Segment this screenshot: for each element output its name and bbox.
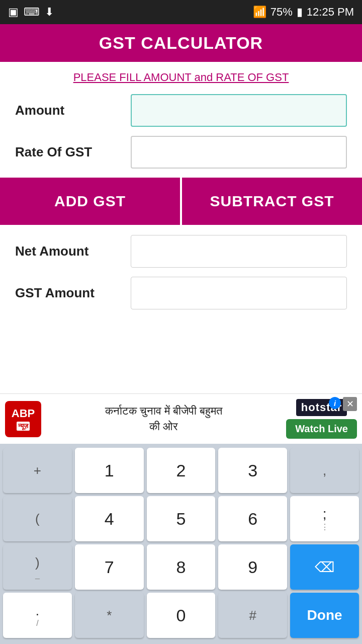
amount-label: Amount — [15, 103, 131, 118]
key-hash[interactable]: # — [218, 593, 287, 638]
rate-input[interactable] — [131, 136, 347, 169]
key-open-paren[interactable]: ( — [3, 496, 72, 541]
keyboard-row-2: ) _ 7 8 9 ⌫ — [3, 544, 359, 590]
main-content: PLEASE FILL AMOUNT and RATE OF GST Amoun… — [0, 62, 362, 393]
rate-row: Rate Of GST — [15, 136, 347, 169]
key-5[interactable]: 5 — [147, 496, 216, 541]
subtract-gst-button[interactable]: SUBTRACT GST — [182, 178, 362, 225]
news-text: न्यूज़ — [17, 422, 30, 431]
ad-line2: की ओर — [149, 420, 178, 433]
battery-icon: ▮ — [297, 6, 303, 19]
key-7[interactable]: 7 — [75, 544, 144, 590]
output-section: Net Amount GST Amount — [0, 230, 362, 309]
gst-amount-label: GST Amount — [15, 285, 131, 301]
key-dot[interactable]: . / — [3, 593, 72, 638]
done-key[interactable]: Done — [290, 593, 359, 638]
keyboard: + 1 2 3 , ( 4 5 6 ; ⋮ ) _ 7 8 9 ⌫ . / * … — [0, 444, 362, 644]
time-display: 12:25 PM — [307, 6, 354, 19]
instruction-text: PLEASE FILL AMOUNT and RATE OF GST — [0, 62, 362, 89]
gst-amount-row: GST Amount — [15, 277, 347, 309]
amount-row: Amount — [15, 94, 347, 127]
signal-bars: 75% — [270, 6, 293, 19]
notification-icon: ▣ — [8, 6, 19, 19]
status-bar: ▣ ⌨ ⬇ 📶 75% ▮ 12:25 PM — [0, 0, 362, 24]
key-0[interactable]: 0 — [147, 593, 216, 638]
ad-line1: कर्नाटक चुनाव में बीजेपी बहुमत — [105, 405, 222, 417]
download-icon: ⬇ — [45, 6, 54, 19]
key-close-paren[interactable]: ) _ — [3, 544, 72, 590]
key-2[interactable]: 2 — [147, 448, 216, 493]
info-icon[interactable]: i — [329, 397, 341, 409]
key-9[interactable]: 9 — [218, 544, 287, 590]
wifi-icon: 📶 — [253, 6, 266, 19]
status-right-info: 📶 75% ▮ 12:25 PM — [253, 6, 354, 19]
keyboard-row-3: . / * 0 # Done — [3, 593, 359, 638]
key-4[interactable]: 4 — [75, 496, 144, 541]
key-8[interactable]: 8 — [147, 544, 216, 590]
key-comma[interactable]: , — [290, 448, 359, 493]
abp-text: ABP — [12, 407, 35, 420]
key-6[interactable]: 6 — [218, 496, 287, 541]
key-star[interactable]: * — [75, 593, 144, 638]
app-header: GST CALCULATOR — [0, 24, 362, 62]
status-left-icons: ▣ ⌨ ⬇ — [8, 6, 54, 19]
net-amount-label: Net Amount — [15, 244, 131, 259]
key-3[interactable]: 3 — [218, 448, 287, 493]
amount-input[interactable] — [131, 94, 347, 127]
form-section: Amount Rate Of GST — [0, 89, 362, 169]
ad-text: कर्नाटक चुनाव में बीजेपी बहुमत की ओर — [41, 404, 286, 435]
watch-live-button[interactable]: Watch Live — [286, 419, 357, 439]
ad-close-button[interactable]: ✕ — [343, 397, 357, 411]
net-amount-input[interactable] — [131, 235, 347, 268]
keyboard-icon: ⌨ — [24, 6, 40, 19]
gst-amount-input[interactable] — [131, 277, 347, 309]
app-title: GST CALCULATOR — [99, 33, 263, 52]
buttons-row: ADD GST SUBTRACT GST — [0, 178, 362, 225]
backspace-key[interactable]: ⌫ — [290, 544, 359, 590]
rate-label: Rate Of GST — [15, 144, 131, 160]
ad-logo: ABP न्यूज़ — [5, 401, 41, 437]
net-amount-row: Net Amount — [15, 235, 347, 268]
add-gst-button[interactable]: ADD GST — [0, 178, 180, 225]
key-semicolon[interactable]: ; ⋮ — [290, 496, 359, 541]
keyboard-row-0: + 1 2 3 , — [3, 448, 359, 493]
ad-banner: ABP न्यूज़ कर्नाटक चुनाव में बीजेपी बहुम… — [0, 393, 362, 444]
key-1[interactable]: 1 — [75, 448, 144, 493]
keyboard-row-1: ( 4 5 6 ; ⋮ — [3, 496, 359, 541]
key-plus[interactable]: + — [3, 448, 72, 493]
